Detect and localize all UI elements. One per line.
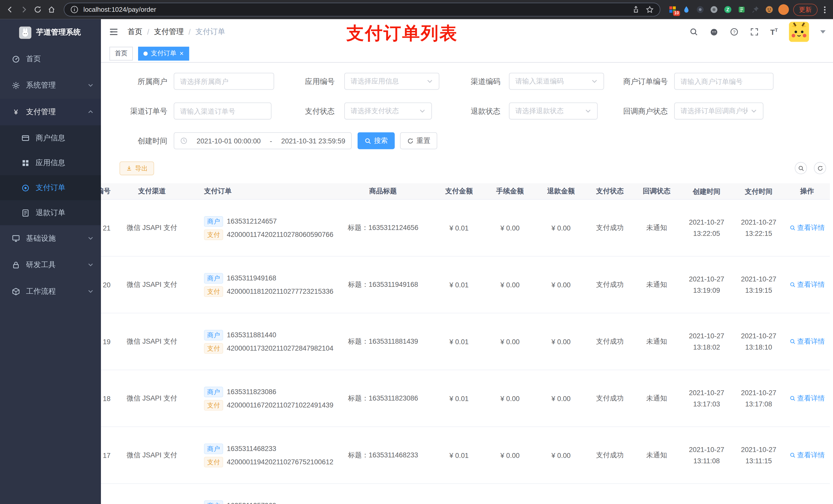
merchant-no: 1635311823086	[227, 388, 277, 396]
channel-order-no-input[interactable]	[174, 102, 271, 119]
sidebar-item-infra[interactable]: 基础设施	[0, 225, 101, 252]
cell-created: 2021-10-2713:19:09	[680, 273, 733, 296]
cell-refund: ¥ 0.00	[536, 451, 587, 459]
hamburger-icon[interactable]	[109, 27, 119, 37]
sidebar-item-payment[interactable]: ¥ 支付管理	[0, 99, 101, 125]
select-placeholder: 请输入渠道编码	[515, 77, 588, 86]
extension-gray-icon[interactable]	[709, 5, 719, 14]
browser-update-button[interactable]: 更新	[793, 3, 817, 16]
github-icon[interactable]	[710, 27, 719, 37]
view-detail-link[interactable]: 查看详情	[789, 280, 825, 289]
sidebar-item-dev-tools[interactable]: 研发工具	[0, 252, 101, 279]
user-avatar[interactable]	[789, 22, 809, 42]
cell-channel: 微信 JSAPI 支付	[115, 280, 189, 289]
merchant-order-no-field[interactable]	[681, 77, 767, 85]
forward-icon[interactable]	[19, 5, 29, 14]
sidebar-item-home[interactable]: 首页	[0, 46, 101, 72]
breadcrumb-current: 支付订单	[195, 27, 225, 37]
extension-dark-icon[interactable]	[695, 5, 705, 14]
close-icon[interactable]: ×	[180, 50, 184, 57]
col-header-paid: 支付时间	[733, 186, 784, 197]
pay-tag: 支付	[204, 400, 223, 410]
notify-status-select[interactable]: 请选择订单回调商户状态	[674, 102, 763, 119]
channel-order-no-field[interactable]	[180, 107, 265, 115]
share-icon[interactable]	[631, 5, 641, 14]
export-button[interactable]: 导出	[120, 161, 154, 175]
extension-book-icon[interactable]	[737, 5, 746, 14]
grid-icon	[21, 159, 30, 167]
breadcrumb-separator: /	[189, 28, 191, 36]
pay-status-select[interactable]: 请选择支付状态	[344, 102, 432, 119]
search-icon[interactable]	[690, 27, 698, 37]
site-info-icon[interactable]	[70, 5, 79, 14]
back-icon[interactable]	[5, 5, 15, 14]
sidebar-item-label: 首页	[26, 54, 41, 64]
sidebar-item-refund-order[interactable]: 退款订单	[0, 200, 101, 225]
view-detail-link[interactable]: 查看详情	[789, 223, 825, 233]
refresh-button[interactable]	[814, 162, 826, 174]
view-detail-link[interactable]: 查看详情	[789, 393, 825, 403]
refund-status-select[interactable]: 请选择退款状态	[509, 102, 598, 119]
url-bar[interactable]: localhost:1024/pay/order	[64, 3, 660, 16]
sidebar-item-system[interactable]: 系统管理	[0, 72, 101, 99]
pay-no: 4200001181202110277723215336	[227, 287, 334, 295]
sidebar-item-pay-order[interactable]: 支付订单	[0, 175, 101, 200]
cell-refund: ¥ 0.00	[536, 338, 587, 345]
extension-face-icon[interactable]	[764, 5, 774, 14]
cell-notify: 未通知	[633, 280, 680, 289]
browser-profile-avatar[interactable]	[778, 4, 789, 15]
document-icon	[21, 209, 30, 217]
avatar-caret-icon[interactable]	[820, 30, 826, 33]
merchant-tag: 商户	[204, 443, 223, 454]
cell-id: 19	[101, 338, 115, 345]
fullscreen-icon[interactable]	[750, 27, 759, 37]
sidebar-item-label: 系统管理	[26, 81, 56, 90]
pay-tag: 支付	[204, 343, 223, 354]
toggle-search-button[interactable]	[795, 162, 807, 174]
home-icon[interactable]	[47, 5, 56, 14]
search-button[interactable]: 搜索	[358, 132, 395, 149]
col-header-actions: 操作	[784, 187, 830, 196]
help-icon[interactable]: ?	[730, 27, 739, 37]
view-detail-link[interactable]: 查看详情	[789, 337, 825, 346]
breadcrumb-home[interactable]: 首页	[127, 27, 142, 37]
channel-code-select[interactable]: 请输入渠道编码	[509, 73, 604, 90]
sidebar-item-workflow[interactable]: 工作流程	[0, 279, 101, 305]
view-detail-link[interactable]: 查看详情	[789, 451, 825, 460]
monitor-icon	[12, 234, 20, 243]
reload-icon[interactable]	[33, 5, 43, 14]
cell-paid: 2021-10-2713:11:15	[733, 444, 784, 466]
table-header-row: 编号 支付渠道 支付订单 商品标题 支付金额 手续金额 退款金额 支付状态 回调…	[101, 183, 830, 200]
cell-id: 21	[101, 224, 115, 232]
select-placeholder: 请选择应用信息	[351, 77, 423, 86]
merchant-order-no-input[interactable]	[674, 73, 774, 90]
date-range-picker[interactable]: 2021-10-01 00:00:00 - 2021-10-31 23:59:5…	[174, 132, 352, 149]
navbar-actions: ? TT	[690, 22, 826, 42]
merchant-input-field[interactable]	[180, 77, 268, 85]
app-logo[interactable]: 芋道管理系统	[0, 19, 101, 46]
table-row: 20 微信 JSAPI 支付 商户1635311949168 支付4200001…	[101, 257, 830, 313]
pin-icon[interactable]	[751, 5, 760, 14]
col-header-notify: 回调状态	[633, 187, 680, 196]
col-header-title: 商品标题	[332, 187, 433, 196]
cell-pay-order: 商户1635311881440 支付4200001173202110272847…	[189, 327, 332, 356]
date-separator: -	[270, 137, 272, 145]
breadcrumb-payment[interactable]: 支付管理	[154, 27, 184, 37]
col-header-pay-order: 支付订单	[189, 187, 332, 196]
merchant-input[interactable]	[174, 73, 274, 90]
app-select[interactable]: 请选择应用信息	[344, 73, 439, 90]
extension-drop-icon[interactable]	[682, 5, 691, 14]
extension-green-icon[interactable]: Z	[723, 5, 733, 14]
reset-button[interactable]: 重置	[400, 132, 437, 149]
chevron-down-icon	[88, 287, 94, 296]
extension-grid-icon[interactable]: 10	[668, 5, 677, 14]
sidebar-item-app-info[interactable]: 应用信息	[0, 150, 101, 175]
svg-text:¥: ¥	[14, 108, 18, 116]
orders-table: 编号 支付渠道 支付订单 商品标题 支付金额 手续金额 退款金额 支付状态 回调…	[101, 183, 833, 504]
tab-home[interactable]: 首页	[110, 46, 133, 60]
bookmark-star-icon[interactable]	[645, 5, 654, 14]
tab-pay-order[interactable]: 支付订单 ×	[138, 46, 189, 60]
browser-menu-icon[interactable]	[822, 6, 828, 13]
font-size-icon[interactable]: TT	[770, 27, 778, 37]
sidebar-item-merchant-info[interactable]: 商户信息	[0, 125, 101, 150]
